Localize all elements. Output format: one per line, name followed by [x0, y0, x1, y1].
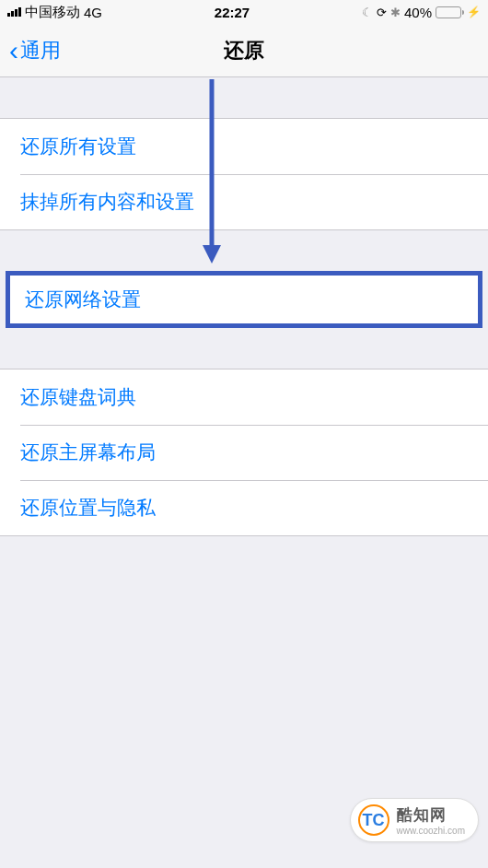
status-bar: 中国移动 4G 22:27 ☾ ⟳ ✱ 40% ⚡	[0, 0, 488, 24]
cell-label: 还原键盘词典	[20, 384, 136, 410]
group-3: 还原键盘词典 还原主屏幕布局 还原位置与隐私	[0, 369, 488, 536]
charging-icon: ⚡	[467, 6, 481, 18]
nav-bar: ‹ 通用 还原	[0, 24, 488, 77]
watermark-name: 酷知网	[397, 804, 465, 826]
dnd-icon: ☾	[362, 6, 373, 19]
content-area: 还原所有设置 抹掉所有内容和设置 还原网络设置 还原键盘词典 还原主屏幕布局 还…	[0, 77, 488, 536]
cell-label: 还原位置与隐私	[20, 495, 156, 521]
page-title: 还原	[0, 37, 488, 65]
erase-all-content[interactable]: 抹掉所有内容和设置	[0, 174, 488, 229]
watermark-url: www.coozhi.com	[397, 826, 465, 836]
reset-location-privacy[interactable]: 还原位置与隐私	[0, 480, 488, 535]
battery-icon	[436, 6, 461, 18]
reset-keyboard-dictionary[interactable]: 还原键盘词典	[0, 369, 488, 425]
cell-label: 还原所有设置	[20, 134, 136, 159]
reset-network-settings[interactable]: 还原网络设置	[6, 271, 482, 328]
cell-label: 还原主屏幕布局	[20, 440, 156, 465]
orientation-lock-icon: ⟳	[377, 6, 387, 19]
group-1: 还原所有设置 抹掉所有内容和设置	[0, 118, 488, 230]
status-time: 22:27	[102, 5, 362, 20]
watermark: TC 酷知网 www.coozhi.com	[350, 798, 479, 842]
back-label: 通用	[20, 37, 61, 65]
carrier-label: 中国移动	[25, 4, 80, 21]
cell-label: 还原网络设置	[25, 287, 141, 312]
battery-pct: 40%	[404, 5, 432, 20]
chevron-left-icon: ‹	[9, 37, 18, 65]
network-label: 4G	[84, 5, 102, 20]
reset-home-layout[interactable]: 还原主屏幕布局	[0, 425, 488, 480]
reset-all-settings[interactable]: 还原所有设置	[0, 119, 488, 174]
back-button[interactable]: ‹ 通用	[0, 37, 61, 65]
cell-label: 抹掉所有内容和设置	[20, 189, 194, 215]
signal-icon	[7, 7, 21, 17]
bluetooth-icon: ✱	[390, 6, 401, 19]
watermark-logo-icon: TC	[358, 804, 389, 836]
